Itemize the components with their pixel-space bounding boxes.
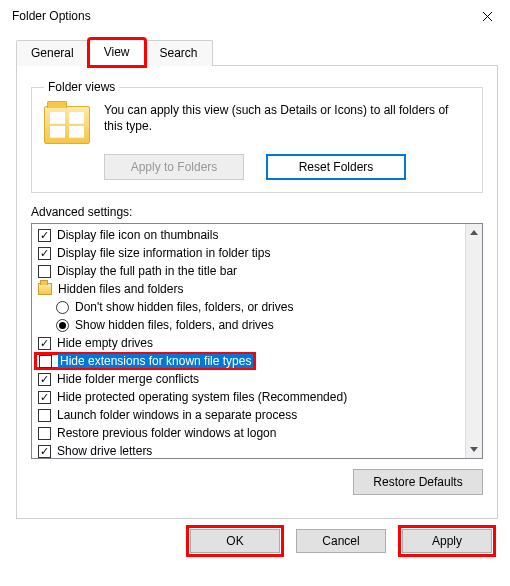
checkbox-icon [38, 427, 51, 440]
list-check[interactable]: Display file icon on thumbnails [32, 226, 465, 244]
chevron-up-icon [470, 230, 478, 235]
list-item-label: Hidden files and folders [58, 282, 183, 296]
list-check[interactable]: Hide protected operating system files (R… [32, 388, 465, 406]
folder-views-group: Folder views You can apply this view (su… [31, 80, 483, 193]
list-item-label: Hide extensions for known file types [58, 354, 253, 368]
dialog-button-row: OK Cancel Apply [0, 519, 510, 563]
folder-views-text: You can apply this view (such as Details… [104, 102, 470, 144]
close-icon [482, 11, 493, 22]
list-check[interactable]: Launch folder windows in a separate proc… [32, 406, 465, 424]
list-item-label: Don't show hidden files, folders, or dri… [75, 300, 293, 314]
checkbox-icon [38, 265, 51, 278]
list-item-label: Show hidden files, folders, and drives [75, 318, 274, 332]
chevron-down-icon [470, 447, 478, 452]
list-check[interactable]: Display the full path in the title bar [32, 262, 465, 280]
apply-button[interactable]: Apply [402, 529, 492, 553]
list-item-label: Hide empty drives [57, 336, 153, 350]
list-item-label: Hide protected operating system files (R… [57, 390, 347, 404]
list-item-label: Show drive letters [57, 444, 152, 458]
scroll-down-button[interactable] [466, 441, 483, 458]
radio-icon [56, 301, 69, 314]
tab-search[interactable]: Search [145, 40, 213, 66]
checkbox-icon [38, 373, 51, 386]
advanced-settings-list[interactable]: Display file icon on thumbnailsDisplay f… [31, 223, 483, 459]
advanced-settings-label: Advanced settings: [31, 205, 483, 219]
checkbox-icon [38, 409, 51, 422]
checkbox-icon [38, 247, 51, 260]
folder-views-legend: Folder views [44, 80, 119, 94]
checkbox-icon [38, 391, 51, 404]
list-item-label: Restore previous folder windows at logon [57, 426, 276, 440]
list-radio[interactable]: Don't show hidden files, folders, or dri… [32, 298, 465, 316]
list-item-label: Launch folder windows in a separate proc… [57, 408, 297, 422]
list-check[interactable]: Hide extensions for known file types [32, 352, 465, 370]
checkbox-icon [38, 445, 51, 458]
folder-icon [38, 283, 52, 295]
folder-icon [44, 106, 90, 144]
ok-button[interactable]: OK [190, 529, 280, 553]
tab-general[interactable]: General [16, 40, 89, 66]
apply-to-folders-button: Apply to Folders [104, 154, 244, 180]
tab-strip: General View Search [0, 32, 510, 65]
restore-defaults-button[interactable]: Restore Defaults [353, 469, 483, 495]
window-title: Folder Options [12, 9, 91, 23]
list-radio[interactable]: Show hidden files, folders, and drives [32, 316, 465, 334]
list-item-label: Hide folder merge conflicts [57, 372, 199, 386]
list-check[interactable]: Display file size information in folder … [32, 244, 465, 262]
list-check[interactable]: Hide folder merge conflicts [32, 370, 465, 388]
scroll-up-button[interactable] [466, 224, 483, 241]
close-button[interactable] [464, 0, 510, 32]
list-check[interactable]: Hide empty drives [32, 334, 465, 352]
tab-panel-view: Folder views You can apply this view (su… [16, 65, 498, 519]
tab-view[interactable]: View [89, 39, 145, 66]
checkbox-icon [39, 355, 52, 368]
checkbox-icon [38, 337, 51, 350]
radio-icon [56, 319, 69, 332]
list-item-label: Display file size information in folder … [57, 246, 270, 260]
title-bar: Folder Options [0, 0, 510, 32]
cancel-button[interactable]: Cancel [296, 529, 386, 553]
list-item-label: Display the full path in the title bar [57, 264, 237, 278]
scrollbar[interactable] [465, 224, 482, 458]
list-group: Hidden files and folders [32, 280, 465, 298]
checkbox-icon [38, 229, 51, 242]
list-item-label: Display file icon on thumbnails [57, 228, 218, 242]
list-check[interactable]: Restore previous folder windows at logon [32, 424, 465, 442]
list-check[interactable]: Show drive letters [32, 442, 465, 458]
reset-folders-button[interactable]: Reset Folders [266, 154, 406, 180]
